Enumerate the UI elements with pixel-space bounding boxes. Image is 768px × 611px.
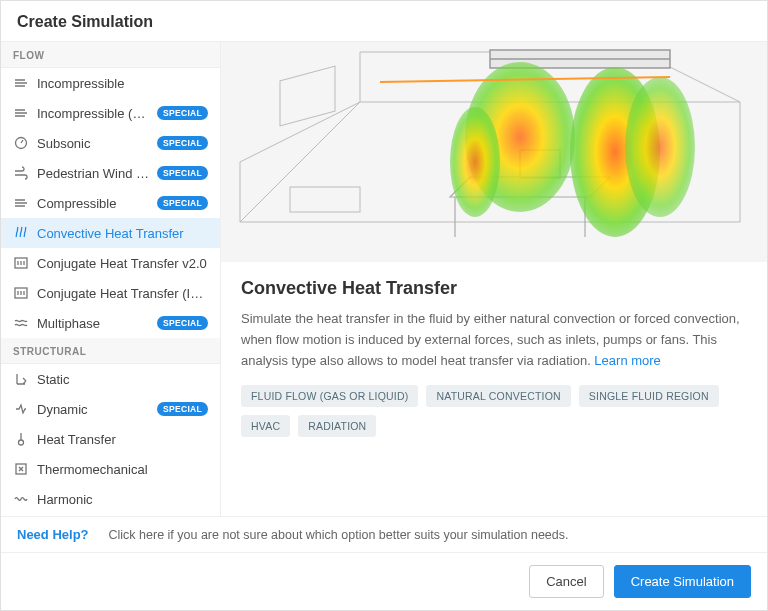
sidebar-item-thermomechanical[interactable]: Thermomechanical [1,454,220,484]
sidebar-item-label: Static [37,372,208,387]
tag-list: FLUID FLOW (GAS OR LIQUID) NATURAL CONVE… [241,385,747,437]
help-text: Click here if you are not sure about whi… [109,528,569,542]
sidebar-item-label: Multiphase [37,316,149,331]
special-badge: SPECIAL [157,136,208,150]
need-help-link[interactable]: Need Help? [17,527,89,542]
sidebar-item-subsonic[interactable]: Subsonic SPECIAL [1,128,220,158]
sidebar-item-compressible[interactable]: Compressible SPECIAL [1,188,220,218]
sidebar-item-label: Incompressible (LBM) [37,106,149,121]
heat-flow-icon [13,225,29,241]
special-badge: SPECIAL [157,196,208,210]
waves-icon [13,315,29,331]
special-badge: SPECIAL [157,106,208,120]
cancel-button[interactable]: Cancel [529,565,603,598]
modal-footer: Cancel Create Simulation [1,552,767,610]
sidebar-item-harmonic[interactable]: Harmonic [1,484,220,514]
sidebar-item-label: Conjugate Heat Transfer v2.0 [37,256,208,271]
section-header-flow: FLOW [1,42,220,68]
learn-more-link[interactable]: Learn more [594,353,660,368]
wave-icon [13,491,29,507]
content-panel: Convective Heat Transfer Simulate the he… [221,42,767,516]
detail-section: Convective Heat Transfer Simulate the he… [221,262,767,453]
sidebar-item-incompressible-lbm[interactable]: Incompressible (LBM) SPECIAL [1,98,220,128]
modal-title: Create Simulation [17,13,751,31]
svg-point-15 [450,107,500,217]
wind-icon [13,165,29,181]
detail-title: Convective Heat Transfer [241,278,747,299]
sidebar-item-label: Subsonic [37,136,149,151]
sidebar-item-label: Harmonic [37,492,208,507]
flow-lines-icon [13,75,29,91]
thermometer-icon [13,431,29,447]
gauge-icon [13,135,29,151]
sidebar-item-multiphase[interactable]: Multiphase SPECIAL [1,308,220,338]
create-simulation-modal: Create Simulation FLOW Incompressible In… [0,0,768,611]
svg-point-16 [625,77,695,217]
flow-lines-icon [13,195,29,211]
tag: HVAC [241,415,290,437]
sidebar-item-static[interactable]: Static [1,364,220,394]
sidebar-item-label: Heat Transfer [37,432,208,447]
section-header-structural: STRUCTURAL [1,338,220,364]
sidebar-item-label: Conjugate Heat Transfer (IBM) [37,286,208,301]
dynamic-icon [13,401,29,417]
tag: RADIATION [298,415,376,437]
special-badge: SPECIAL [157,402,208,416]
sidebar-item-heat-transfer[interactable]: Heat Transfer [1,424,220,454]
sidebar-item-convective-heat-transfer[interactable]: Convective Heat Transfer [1,218,220,248]
flow-lines-icon [13,105,29,121]
special-badge: SPECIAL [157,166,208,180]
cht-icon [13,285,29,301]
sidebar-item-incompressible[interactable]: Incompressible [1,68,220,98]
thermomech-icon [13,461,29,477]
sidebar-item-pedestrian-wind[interactable]: Pedestrian Wind Com… SPECIAL [1,158,220,188]
detail-description: Simulate the heat transfer in the fluid … [241,309,747,371]
tag: SINGLE FLUID REGION [579,385,719,407]
sidebar-item-dynamic[interactable]: Dynamic SPECIAL [1,394,220,424]
static-icon [13,371,29,387]
sidebar-item-label: Compressible [37,196,149,211]
sidebar-item-label: Incompressible [37,76,208,91]
simulation-preview-image [221,42,767,262]
tag: FLUID FLOW (GAS OR LIQUID) [241,385,418,407]
svg-point-0 [16,138,27,149]
cht-icon [13,255,29,271]
help-row: Need Help? Click here if you are not sur… [1,516,767,552]
sidebar-item-label: Dynamic [37,402,149,417]
special-badge: SPECIAL [157,316,208,330]
svg-point-3 [19,440,24,445]
sidebar-item-label: Pedestrian Wind Com… [37,166,149,181]
sidebar-item-label: Thermomechanical [37,462,208,477]
sidebar-item-label: Convective Heat Transfer [37,226,208,241]
sidebar-item-conjugate-heat-transfer-ibm[interactable]: Conjugate Heat Transfer (IBM) [1,278,220,308]
modal-body: FLOW Incompressible Incompressible (LBM)… [1,42,767,516]
sidebar[interactable]: FLOW Incompressible Incompressible (LBM)… [1,42,221,516]
tag: NATURAL CONVECTION [426,385,570,407]
create-simulation-button[interactable]: Create Simulation [614,565,751,598]
modal-header: Create Simulation [1,1,767,42]
sidebar-item-conjugate-heat-transfer-v2[interactable]: Conjugate Heat Transfer v2.0 [1,248,220,278]
